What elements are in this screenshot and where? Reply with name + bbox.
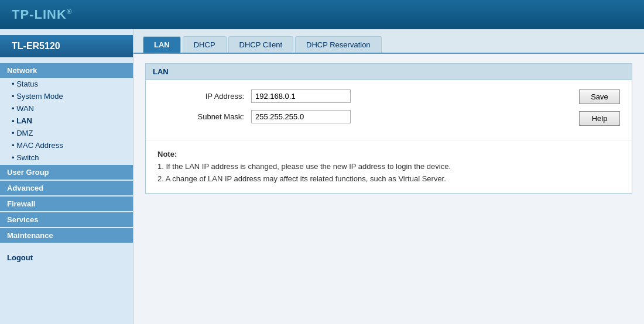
- sidebar-item-wan[interactable]: • WAN: [0, 102, 133, 115]
- sidebar-services[interactable]: Services: [0, 212, 133, 227]
- ip-address-row: IP Address:: [157, 89, 620, 103]
- sidebar-maintenance[interactable]: Maintenance: [0, 228, 133, 243]
- layout: TL-ER5120 Network • Status • System Mode…: [0, 29, 644, 324]
- content-panel: LAN IP Address: Subnet Mask: Save: [133, 54, 644, 203]
- sidebar-advanced[interactable]: Advanced: [0, 181, 133, 195]
- sidebar-item-lan[interactable]: • LAN: [0, 115, 133, 127]
- button-area: Save Help: [579, 89, 620, 129]
- subnet-mask-label: Subnet Mask:: [157, 112, 251, 121]
- tab-lan[interactable]: LAN: [143, 36, 181, 53]
- lan-section-title: LAN: [146, 64, 632, 80]
- ip-address-input[interactable]: [251, 89, 351, 103]
- sidebar-firewall[interactable]: Firewall: [0, 197, 133, 211]
- lan-section-content: IP Address: Subnet Mask: Save Help: [146, 80, 632, 140]
- subnet-mask-input[interactable]: [251, 110, 351, 123]
- sidebar-item-status[interactable]: • Status: [0, 78, 133, 90]
- logo-text: TP-LINK: [12, 7, 67, 22]
- tab-dhcp[interactable]: DHCP: [183, 36, 227, 53]
- subnet-mask-row: Subnet Mask:: [157, 110, 620, 123]
- sidebar-network-header[interactable]: Network: [0, 63, 133, 78]
- tab-dhcp-client[interactable]: DHCP Client: [228, 36, 293, 53]
- sidebar-item-mac-address[interactable]: • MAC Address: [0, 139, 133, 151]
- save-button[interactable]: Save: [579, 89, 620, 104]
- sidebar-logout[interactable]: Logout: [0, 249, 133, 267]
- ip-address-label: IP Address:: [157, 92, 251, 101]
- tab-dhcp-reservation[interactable]: DHCP Reservation: [295, 36, 382, 53]
- main-content: LAN DHCP DHCP Client DHCP Reservation LA…: [133, 29, 644, 324]
- header: TP-LINK®: [0, 0, 644, 29]
- logo-tm: ®: [67, 8, 73, 16]
- sidebar-item-dmz[interactable]: • DMZ: [0, 127, 133, 139]
- sidebar-user-group[interactable]: User Group: [0, 165, 133, 180]
- note-section: Note: 1. If the LAN IP address is change…: [146, 140, 632, 193]
- tab-bar: LAN DHCP DHCP Client DHCP Reservation: [133, 29, 644, 54]
- device-name: TL-ER5120: [0, 35, 133, 57]
- logo: TP-LINK®: [12, 7, 73, 22]
- note-title: Note:: [157, 149, 620, 161]
- lan-section-box: LAN IP Address: Subnet Mask: Save: [145, 63, 632, 194]
- sidebar-item-system-mode[interactable]: • System Mode: [0, 90, 133, 102]
- sidebar-item-switch[interactable]: • Switch: [0, 151, 133, 164]
- help-button[interactable]: Help: [579, 111, 620, 126]
- note-line1: 1. If the LAN IP address is changed, ple…: [157, 161, 620, 173]
- sidebar: TL-ER5120 Network • Status • System Mode…: [0, 29, 133, 324]
- note-line2: 2. A change of LAN IP address may affect…: [157, 173, 620, 185]
